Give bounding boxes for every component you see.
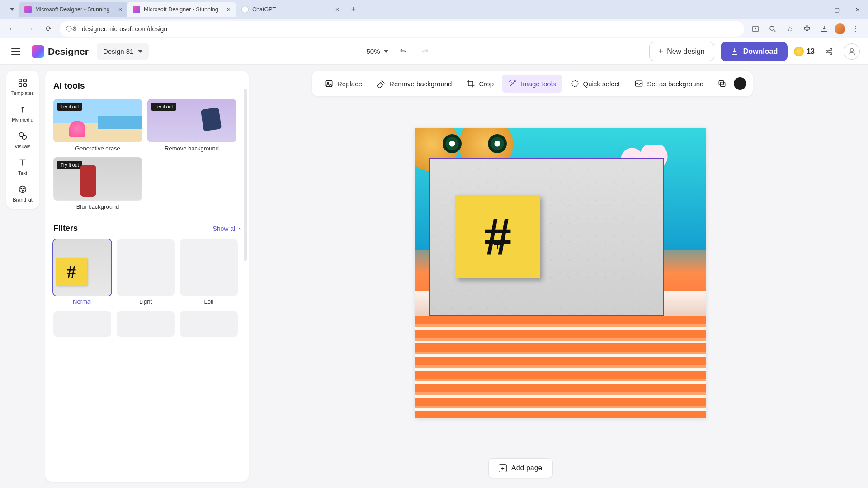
maximize-button[interactable]: ▢ [826, 0, 847, 19]
redo-button[interactable] [418, 45, 432, 58]
color-transfer-button[interactable] [714, 75, 730, 93]
close-window-button[interactable]: ✕ [847, 0, 868, 19]
rail-my-media[interactable]: My media [12, 104, 33, 122]
tab-bar: Microsoft Designer - Stunning × Microsof… [0, 0, 868, 19]
svg-rect-9 [24, 84, 26, 86]
quick-select-label: Quick select [583, 80, 620, 88]
remove-background-button[interactable]: Remove background [370, 75, 458, 93]
ai-tool-thumb: Try it out [53, 157, 142, 201]
zoom-dropdown[interactable]: 50% [367, 47, 388, 55]
new-tab-button[interactable]: + [347, 3, 360, 16]
ai-tool-blur-background[interactable]: Try it out Blur background [53, 157, 142, 210]
browser-tab[interactable]: Microsoft Designer - Stunning × [127, 2, 236, 17]
svg-point-12 [19, 186, 26, 193]
svg-rect-6 [19, 79, 22, 82]
profile-avatar[interactable] [835, 23, 845, 34]
back-button[interactable]: ← [5, 22, 19, 36]
download-button[interactable]: Download [721, 42, 788, 61]
rail-brand-kit[interactable]: Brand kit [13, 184, 32, 202]
new-design-button[interactable]: + New design [649, 42, 714, 61]
panel-scrollbar[interactable] [244, 89, 247, 261]
menu-icon[interactable]: ⋮ [849, 22, 863, 36]
filter-light[interactable]: Light [117, 239, 175, 305]
design-name: Design 31 [103, 47, 134, 55]
add-page-button[interactable]: + Add page [488, 458, 553, 478]
install-app-icon[interactable] [749, 22, 762, 36]
downloads-icon[interactable] [817, 22, 831, 36]
svg-rect-21 [721, 82, 725, 87]
svg-rect-16 [326, 80, 332, 86]
user-icon [847, 47, 856, 56]
show-all-filters[interactable]: Show all › [212, 225, 241, 232]
color-swatch[interactable] [734, 77, 746, 90]
coin-icon [794, 47, 804, 56]
svg-point-14 [24, 188, 24, 189]
design-name-dropdown[interactable]: Design 31 [97, 43, 149, 60]
image-tools-label: Image tools [521, 80, 556, 88]
svg-point-17 [327, 82, 329, 84]
filter-label: Light [139, 298, 152, 305]
filter-lofi[interactable]: Lofi [180, 239, 238, 305]
ai-tool-label: Remove background [165, 145, 219, 152]
try-it-out-badge: Try it out [57, 161, 82, 169]
hamburger-icon [11, 48, 20, 55]
ai-tool-remove-background[interactable]: Try it out Remove background [147, 99, 236, 152]
filter-thumb [117, 239, 175, 296]
crop-button[interactable]: Crop [460, 75, 500, 93]
filter-normal[interactable]: # Normal [53, 239, 111, 305]
rail-label: Visuals [14, 144, 30, 149]
tab-title: Microsoft Designer - Stunning [144, 6, 218, 13]
filter-placeholder[interactable] [180, 311, 238, 337]
quick-select-button[interactable]: Quick select [564, 75, 627, 93]
svg-rect-20 [719, 80, 724, 85]
sticky-note-element[interactable]: # [455, 195, 540, 278]
close-icon[interactable]: × [335, 6, 339, 13]
url-text: designer.microsoft.com/design [82, 25, 167, 33]
rail-visuals[interactable]: Visuals [14, 131, 30, 149]
canvas-viewport[interactable]: # [253, 105, 868, 488]
eraser-icon [377, 79, 386, 88]
replace-button[interactable]: Replace [318, 75, 368, 93]
rail-text[interactable]: Text [17, 157, 28, 176]
upload-icon [17, 104, 28, 115]
designer-logo[interactable]: Designer [32, 45, 89, 58]
selected-image-layer[interactable]: # [430, 159, 663, 315]
browser-tab[interactable]: Microsoft Designer - Stunning × [19, 2, 127, 17]
app-header: Designer Design 31 50% + New design Down… [0, 38, 868, 65]
reload-button[interactable]: ⟳ [42, 22, 55, 36]
main-menu-button[interactable] [8, 44, 24, 59]
svg-point-1 [770, 26, 774, 30]
designer-favicon [133, 6, 140, 13]
set-as-background-button[interactable]: Set as background [628, 75, 710, 93]
site-info-icon[interactable]: ⓘ⚙ [66, 25, 77, 33]
close-icon[interactable]: × [227, 6, 231, 13]
browser-tab[interactable]: ChatGPT × [236, 2, 344, 17]
design-canvas[interactable]: # [415, 128, 706, 418]
tab-title: Microsoft Designer - Stunning [35, 6, 110, 13]
url-input[interactable]: ⓘ⚙ designer.microsoft.com/design [60, 21, 744, 37]
share-icon[interactable] [821, 43, 837, 60]
ai-tool-generative-erase[interactable]: Try it out Generative erase [53, 99, 142, 152]
visuals-icon [17, 131, 28, 141]
ai-tools-panel: AI tools Try it out Generative erase Try… [45, 71, 249, 482]
bookmark-icon[interactable]: ☆ [783, 22, 797, 36]
undo-button[interactable] [396, 45, 410, 58]
forward-button[interactable]: → [24, 22, 37, 36]
minimize-button[interactable]: — [806, 0, 826, 19]
ai-tool-label: Blur background [76, 203, 119, 210]
filter-placeholder[interactable] [53, 311, 111, 337]
replace-label: Replace [337, 80, 362, 88]
filter-placeholder[interactable] [117, 311, 175, 337]
tab-list-dropdown[interactable] [5, 0, 19, 19]
account-button[interactable] [844, 43, 860, 60]
image-tools-button[interactable]: Image tools [502, 75, 562, 93]
extensions-icon[interactable] [800, 22, 814, 36]
crop-label: Crop [479, 80, 494, 88]
credits-counter[interactable]: 13 [794, 47, 815, 56]
rail-templates[interactable]: Templates [11, 77, 34, 96]
zoom-icon[interactable] [766, 22, 779, 36]
credits-value: 13 [807, 47, 815, 56]
filters-title: Filters [53, 224, 78, 233]
close-icon[interactable]: × [118, 6, 122, 13]
tool-rail: Templates My media Visuals Text Brand ki… [6, 71, 39, 209]
